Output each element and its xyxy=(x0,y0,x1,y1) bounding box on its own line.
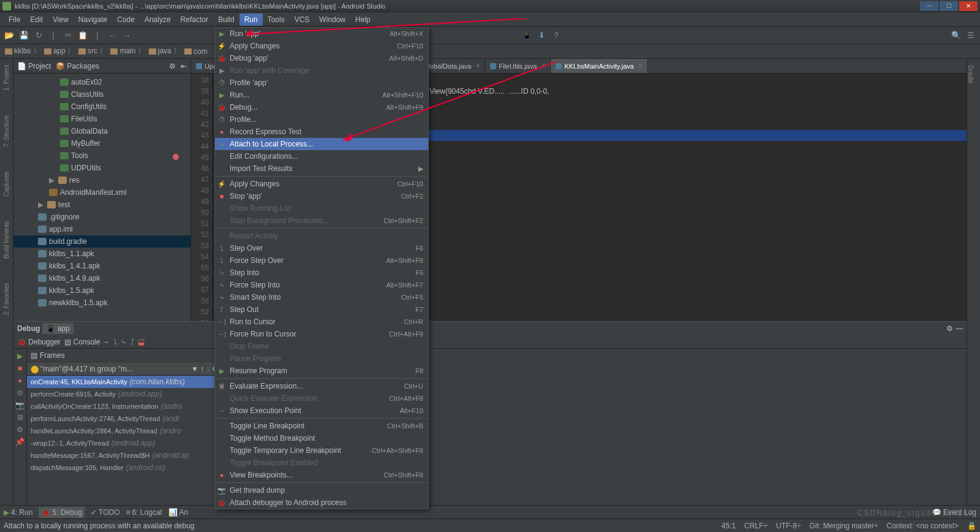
menu-item[interactable]: Toggle Line BreakpointCtrl+Shift+B xyxy=(215,420,428,432)
packages-view-tab[interactable]: 📦 Packages xyxy=(56,62,99,70)
forward-icon[interactable]: → xyxy=(121,30,132,41)
tree-item[interactable]: kklbs_1.4.1.apk xyxy=(13,260,190,272)
open-icon[interactable]: 📂 xyxy=(4,30,15,41)
breakpoints-icon[interactable]: ● xyxy=(15,376,25,386)
menu-item[interactable]: ■Stop 'app'Ctrl+F2 xyxy=(215,190,428,202)
menu-view[interactable]: View xyxy=(48,13,74,26)
stack-frame[interactable]: handleLaunchActivity:2864, ActivityThrea… xyxy=(27,425,222,437)
menu-item[interactable]: ⤵Force Step OverAlt+Shift+F8 xyxy=(215,254,428,267)
tree-item[interactable]: kklbs_1.5.apk xyxy=(13,284,190,297)
resume-icon[interactable]: ▶ xyxy=(15,351,25,361)
tree-item[interactable]: ClassUtils xyxy=(13,88,190,101)
tree-item[interactable]: FileUtils xyxy=(13,113,190,125)
stack-frame[interactable]: onCreate:45, KKLbsMainActivity(com.hilan… xyxy=(27,376,222,388)
tree-item[interactable]: build.gradle xyxy=(13,235,190,248)
menu-analyze[interactable]: Analyze xyxy=(140,13,176,26)
menu-refactor[interactable]: Refactor xyxy=(176,13,213,26)
breadcrumb-item[interactable]: kklbs 〉 xyxy=(5,46,40,56)
help-icon[interactable]: ? xyxy=(551,30,562,41)
menu-item[interactable]: Toggle Method Breakpoint xyxy=(215,432,428,444)
menu-item[interactable]: ●View Breakpoints...Ctrl+Shift+F8 xyxy=(215,469,428,481)
tree-item[interactable]: MyBuffer xyxy=(13,137,190,150)
settings-icon[interactable]: ⚙ xyxy=(15,425,25,435)
menu-item[interactable]: ⚡Apply ChangesCtrl+F10 xyxy=(215,40,428,52)
encoding[interactable]: UTF-8÷ xyxy=(776,522,801,530)
stack-frame[interactable]: performCreate:6915, Activity(android.app… xyxy=(27,388,222,400)
gradle-tool-label[interactable]: Gradle xyxy=(967,65,974,83)
buildvariants-tool-label[interactable]: Build Variants xyxy=(3,221,10,259)
line-ending[interactable]: CRLF÷ xyxy=(744,522,767,530)
todo-tool-tab[interactable]: ✓ TODO xyxy=(91,508,119,517)
captures-tool-label[interactable]: Captures xyxy=(3,172,10,197)
menu-item[interactable]: 🖩Evaluate Expression...Ctrl+U xyxy=(215,380,428,392)
editor-tab[interactable]: FileUtils.java× xyxy=(485,59,551,73)
thread-dump-icon[interactable]: 📷 xyxy=(15,400,25,410)
tree-item[interactable]: autoEx02 xyxy=(13,76,190,88)
collapse-icon[interactable]: ⇤ xyxy=(181,62,187,70)
logcat-tool-tab[interactable]: ≡ 6: Logcat xyxy=(126,508,162,517)
menu-vcs[interactable]: VCS xyxy=(290,13,315,26)
menu-item[interactable]: ▶Resume ProgramF8 xyxy=(215,365,428,377)
menu-navigate[interactable]: Navigate xyxy=(74,13,112,26)
favorites-tool-label[interactable]: 2: Favorites xyxy=(3,283,10,315)
back-icon[interactable]: ← xyxy=(107,30,118,41)
menu-item[interactable]: Toggle Temporary Line BreakpointCtrl+Alt… xyxy=(215,444,428,457)
step-into-icon[interactable]: ⤷ xyxy=(121,338,127,346)
pin-icon[interactable]: 📌 xyxy=(15,437,25,447)
breadcrumb-item[interactable]: app 〉 xyxy=(44,46,75,56)
tree-item[interactable]: newkklbs_1.5.apk xyxy=(13,297,190,309)
stack-frame[interactable]: -wrap12:-1, ActivityThread(android.app) xyxy=(27,437,222,449)
thread-selector[interactable]: ⬤ "main"@4,417 in group "m... ▼ ↑ ↓ ⚙ xyxy=(27,362,222,376)
tree-item[interactable]: GlobalData xyxy=(13,125,190,137)
breadcrumb-item[interactable]: src 〉 xyxy=(78,46,107,56)
menu-run[interactable]: Run xyxy=(239,13,263,26)
menu-tools[interactable]: Tools xyxy=(263,13,290,26)
step-over-icon[interactable]: ⤵ xyxy=(113,338,117,346)
menu-help[interactable]: Help xyxy=(350,13,375,26)
breadcrumb-item[interactable]: java 〉 xyxy=(149,46,181,56)
menu-item[interactable]: ⤷Smart Step IntoCtrl+F5 xyxy=(215,291,428,303)
menu-item[interactable]: 🐞Attach debugger to Android process xyxy=(215,496,428,509)
stack-frame[interactable]: handleMessage:1567, ActivityThread$H(and… xyxy=(27,449,222,462)
menu-item[interactable]: →|Force Run to CursorCtrl+Alt+F9 xyxy=(215,328,428,340)
menu-item[interactable]: ⤴Step OutF7 xyxy=(215,303,428,316)
tree-item[interactable]: UDPUtils xyxy=(13,162,190,174)
tree-item[interactable]: app.iml xyxy=(13,223,190,235)
menu-build[interactable]: Build xyxy=(213,13,239,26)
stack-frame[interactable]: callActivityOnCreate:1123, Instrumentati… xyxy=(27,400,222,412)
run-tool-tab[interactable]: ▶ 4: Run xyxy=(4,508,32,517)
debugger-tab[interactable]: 🐞 Debugger xyxy=(17,338,61,346)
minimize-button[interactable]: ─ xyxy=(920,1,938,11)
step-out-icon[interactable]: ⤴ xyxy=(130,338,134,346)
menu-item[interactable]: 🐞Debug 'app'Alt+Shift+D xyxy=(215,52,428,64)
menu-item[interactable]: ⤷Force Step IntoAlt+Shift+F7 xyxy=(215,279,428,291)
tree-item[interactable]: ▶test xyxy=(13,199,190,211)
stack-frame[interactable]: dispatchMessage:105, Handler(android.os) xyxy=(27,462,222,474)
menu-item[interactable]: Import Test Results▶ xyxy=(215,162,428,175)
cursor-position[interactable]: 45:1 xyxy=(722,522,736,530)
tree-item[interactable]: AndroidManifest.xml xyxy=(13,186,190,199)
menu-item[interactable]: 📷Get thread dump xyxy=(215,484,428,496)
menu-item[interactable]: ▶Run 'app'Alt+Shift+X xyxy=(215,28,428,40)
search-icon[interactable]: 🔍 xyxy=(951,30,962,41)
menu-code[interactable]: Code xyxy=(112,13,140,26)
menu-item[interactable]: ●Record Espresso Test xyxy=(215,126,428,138)
tree-item[interactable]: ConfigUtils xyxy=(13,101,190,113)
cut-icon[interactable]: ✂ xyxy=(62,30,74,41)
stop-icon[interactable]: ■ xyxy=(15,363,25,373)
stack-frame[interactable]: performLaunchActivity:2746, ActivityThre… xyxy=(27,412,222,425)
layout-icon[interactable]: ⊞ xyxy=(15,412,25,422)
structure-tool-label[interactable]: 7: Structure xyxy=(3,115,10,147)
menu-file[interactable]: File xyxy=(4,13,25,26)
breadcrumb-item[interactable]: com xyxy=(184,47,208,56)
more-tool-tab[interactable]: 📊 An xyxy=(168,508,188,517)
sync-icon[interactable]: ↻ xyxy=(33,30,44,41)
mute-bp-icon[interactable]: ⊘ xyxy=(15,388,25,398)
menu-item[interactable]: ⚡Apply ChangesCtrl+F10 xyxy=(215,178,428,190)
menu-item[interactable]: ⤵Step OverF6 xyxy=(215,242,428,254)
editor-tab[interactable]: KKLbsMainActivity.java× xyxy=(551,59,647,73)
tree-item[interactable]: ▶res xyxy=(13,174,190,186)
menu-item[interactable]: ⎆Attach to Local Process... xyxy=(215,138,428,150)
save-icon[interactable]: 💾 xyxy=(18,30,29,41)
project-view-tab[interactable]: 📄 Project xyxy=(17,62,51,70)
